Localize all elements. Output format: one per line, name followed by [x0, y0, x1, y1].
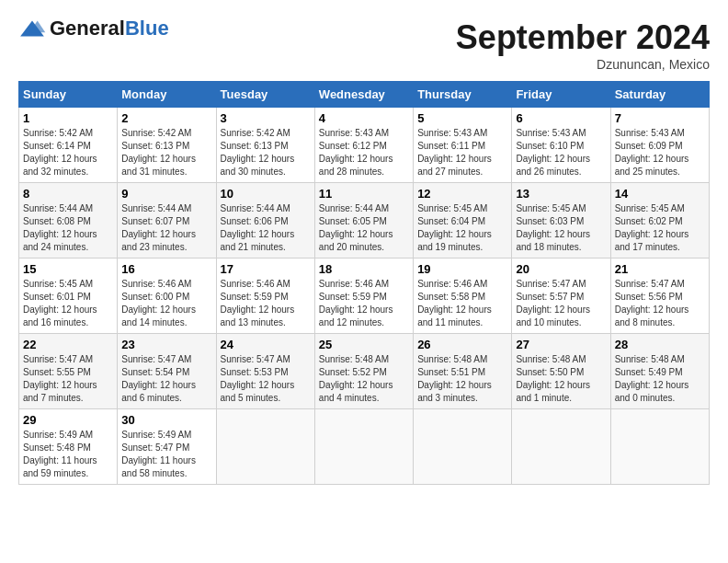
calendar-cell: 4 Sunrise: 5:43 AM Sunset: 6:12 PM Dayli…: [314, 108, 413, 183]
day-info: Sunrise: 5:42 AM Sunset: 6:14 PM Dayligh…: [23, 127, 113, 178]
location: Dzununcan, Mexico: [456, 57, 710, 72]
day-info: Sunrise: 5:44 AM Sunset: 6:05 PM Dayligh…: [319, 202, 409, 254]
day-info: Sunrise: 5:47 AM Sunset: 5:55 PM Dayligh…: [23, 353, 113, 405]
week-row-2: 8 Sunrise: 5:44 AM Sunset: 6:08 PM Dayli…: [19, 183, 710, 259]
calendar-cell: 14 Sunrise: 5:45 AM Sunset: 6:02 PM Dayl…: [610, 183, 709, 259]
day-info: Sunrise: 5:43 AM Sunset: 6:10 PM Dayligh…: [516, 127, 606, 178]
day-number: 28: [615, 338, 705, 351]
day-info: Sunrise: 5:46 AM Sunset: 5:59 PM Dayligh…: [319, 278, 409, 329]
calendar-cell: 8 Sunrise: 5:44 AM Sunset: 6:08 PM Dayli…: [19, 183, 118, 259]
calendar-cell: 19 Sunrise: 5:46 AM Sunset: 5:58 PM Dayl…: [414, 259, 512, 334]
calendar-cell: 27 Sunrise: 5:48 AM Sunset: 5:50 PM Dayl…: [512, 334, 610, 409]
calendar-cell: 9 Sunrise: 5:44 AM Sunset: 6:07 PM Dayli…: [118, 183, 216, 259]
calendar-header-row: Sunday Monday Tuesday Wednesday Thursday…: [19, 82, 710, 108]
day-number: 18: [319, 262, 409, 276]
day-info: Sunrise: 5:48 AM Sunset: 5:49 PM Dayligh…: [615, 353, 705, 405]
day-number: 25: [319, 338, 409, 351]
month-title: September 2024: [456, 18, 710, 57]
day-number: 8: [23, 187, 113, 201]
day-number: 21: [615, 262, 705, 276]
calendar-cell: 10 Sunrise: 5:44 AM Sunset: 6:06 PM Dayl…: [216, 183, 314, 259]
day-number: 23: [121, 338, 211, 351]
logo-general: General: [50, 17, 125, 40]
day-info: Sunrise: 5:49 AM Sunset: 5:48 PM Dayligh…: [23, 429, 113, 480]
calendar-cell: 3 Sunrise: 5:42 AM Sunset: 6:13 PM Dayli…: [216, 108, 314, 183]
day-info: Sunrise: 5:47 AM Sunset: 5:53 PM Dayligh…: [221, 353, 311, 405]
calendar-table: Sunday Monday Tuesday Wednesday Thursday…: [18, 81, 710, 485]
day-number: 27: [516, 338, 606, 351]
calendar-cell: 26 Sunrise: 5:48 AM Sunset: 5:51 PM Dayl…: [414, 334, 512, 409]
day-number: 11: [319, 187, 409, 201]
header-thursday: Thursday: [414, 82, 512, 108]
header-sunday: Sunday: [19, 82, 118, 108]
day-number: 12: [417, 187, 507, 201]
calendar-cell: 11 Sunrise: 5:44 AM Sunset: 6:05 PM Dayl…: [314, 183, 413, 259]
day-number: 9: [121, 187, 211, 201]
day-number: 4: [319, 111, 409, 125]
day-number: 3: [221, 111, 311, 125]
title-section: September 2024 Dzununcan, Mexico: [456, 18, 710, 72]
day-info: Sunrise: 5:42 AM Sunset: 6:13 PM Dayligh…: [221, 127, 311, 178]
calendar-cell: 20 Sunrise: 5:47 AM Sunset: 5:57 PM Dayl…: [512, 259, 610, 334]
day-number: 10: [221, 187, 311, 201]
page-header: GeneralBlue September 2024 Dzununcan, Me…: [18, 18, 710, 72]
calendar-cell: 5 Sunrise: 5:43 AM Sunset: 6:11 PM Dayli…: [414, 108, 512, 183]
day-number: 2: [121, 111, 211, 125]
day-number: 17: [221, 262, 311, 276]
calendar-cell: 1 Sunrise: 5:42 AM Sunset: 6:14 PM Dayli…: [19, 108, 118, 183]
header-tuesday: Tuesday: [216, 82, 314, 108]
day-info: Sunrise: 5:44 AM Sunset: 6:06 PM Dayligh…: [221, 202, 311, 254]
header-wednesday: Wednesday: [314, 82, 413, 108]
day-number: 15: [23, 262, 113, 276]
day-number: 16: [121, 262, 211, 276]
day-number: 30: [121, 413, 211, 427]
calendar-cell: [314, 409, 413, 485]
header-friday: Friday: [512, 82, 610, 108]
day-info: Sunrise: 5:44 AM Sunset: 6:08 PM Dayligh…: [23, 202, 113, 254]
day-info: Sunrise: 5:45 AM Sunset: 6:04 PM Dayligh…: [417, 202, 507, 254]
calendar-cell: 29 Sunrise: 5:49 AM Sunset: 5:48 PM Dayl…: [19, 409, 118, 485]
day-number: 1: [23, 111, 113, 125]
calendar-cell: 25 Sunrise: 5:48 AM Sunset: 5:52 PM Dayl…: [314, 334, 413, 409]
calendar-cell: [216, 409, 314, 485]
day-info: Sunrise: 5:43 AM Sunset: 6:12 PM Dayligh…: [319, 127, 409, 178]
day-number: 20: [516, 262, 606, 276]
logo-icon: [18, 19, 46, 38]
day-info: Sunrise: 5:45 AM Sunset: 6:03 PM Dayligh…: [516, 202, 606, 254]
logo-text: GeneralBlue: [50, 18, 169, 39]
calendar-cell: 21 Sunrise: 5:47 AM Sunset: 5:56 PM Dayl…: [610, 259, 709, 334]
calendar-cell: 13 Sunrise: 5:45 AM Sunset: 6:03 PM Dayl…: [512, 183, 610, 259]
day-info: Sunrise: 5:45 AM Sunset: 6:02 PM Dayligh…: [615, 202, 705, 254]
week-row-3: 15 Sunrise: 5:45 AM Sunset: 6:01 PM Dayl…: [19, 259, 710, 334]
calendar-cell: 22 Sunrise: 5:47 AM Sunset: 5:55 PM Dayl…: [19, 334, 118, 409]
day-number: 24: [221, 338, 311, 351]
day-info: Sunrise: 5:48 AM Sunset: 5:52 PM Dayligh…: [319, 353, 409, 405]
calendar-cell: 7 Sunrise: 5:43 AM Sunset: 6:09 PM Dayli…: [610, 108, 709, 183]
day-info: Sunrise: 5:45 AM Sunset: 6:01 PM Dayligh…: [23, 278, 113, 329]
day-number: 13: [516, 187, 606, 201]
day-number: 14: [615, 187, 705, 201]
calendar-cell: 18 Sunrise: 5:46 AM Sunset: 5:59 PM Dayl…: [314, 259, 413, 334]
calendar-cell: 2 Sunrise: 5:42 AM Sunset: 6:13 PM Dayli…: [118, 108, 216, 183]
day-info: Sunrise: 5:46 AM Sunset: 5:58 PM Dayligh…: [417, 278, 507, 329]
calendar-cell: [512, 409, 610, 485]
day-info: Sunrise: 5:43 AM Sunset: 6:09 PM Dayligh…: [615, 127, 705, 178]
logo: GeneralBlue: [18, 18, 169, 39]
day-number: 7: [615, 111, 705, 125]
calendar-cell: [414, 409, 512, 485]
day-number: 5: [417, 111, 507, 125]
calendar-cell: 23 Sunrise: 5:47 AM Sunset: 5:54 PM Dayl…: [118, 334, 216, 409]
day-info: Sunrise: 5:49 AM Sunset: 5:47 PM Dayligh…: [121, 429, 211, 480]
calendar-cell: 6 Sunrise: 5:43 AM Sunset: 6:10 PM Dayli…: [512, 108, 610, 183]
header-monday: Monday: [118, 82, 216, 108]
calendar-cell: 30 Sunrise: 5:49 AM Sunset: 5:47 PM Dayl…: [118, 409, 216, 485]
day-info: Sunrise: 5:48 AM Sunset: 5:51 PM Dayligh…: [417, 353, 507, 405]
header-saturday: Saturday: [610, 82, 709, 108]
week-row-5: 29 Sunrise: 5:49 AM Sunset: 5:48 PM Dayl…: [19, 409, 710, 485]
day-number: 29: [23, 413, 113, 427]
week-row-4: 22 Sunrise: 5:47 AM Sunset: 5:55 PM Dayl…: [19, 334, 710, 409]
day-info: Sunrise: 5:44 AM Sunset: 6:07 PM Dayligh…: [121, 202, 211, 254]
day-info: Sunrise: 5:43 AM Sunset: 6:11 PM Dayligh…: [417, 127, 507, 178]
day-number: 22: [23, 338, 113, 351]
week-row-1: 1 Sunrise: 5:42 AM Sunset: 6:14 PM Dayli…: [19, 108, 710, 183]
